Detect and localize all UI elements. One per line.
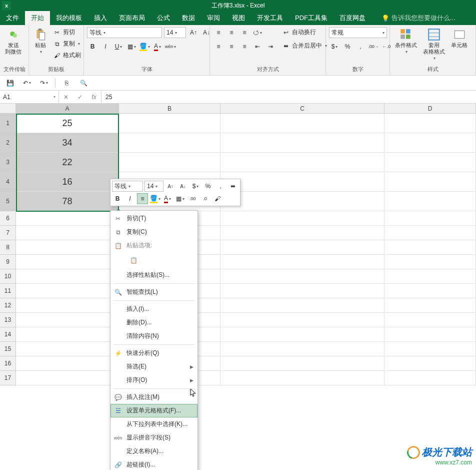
mini-decrease-decimal[interactable]: .0 [200,193,210,204]
menu-insert[interactable]: 插入(I)... [110,302,198,316]
conditional-formatting-button[interactable]: 条件格式 [393,27,419,55]
menu-clear-contents[interactable]: 清除内容(N) [110,329,198,343]
cell-a11[interactable] [16,284,119,298]
menu-format-cells[interactable]: ☱设置单元格格式(F)... [110,404,198,417]
row-header-4[interactable]: 4 [0,172,16,192]
cell-a1[interactable]: 25 [16,114,119,133]
menu-sort[interactable]: 排序(O)▶ [110,373,198,387]
row-header-5[interactable]: 5 [0,192,16,211]
cell-d1[interactable] [384,114,476,133]
cell-d14[interactable] [384,327,476,342]
cell-c12[interactable] [220,298,384,313]
cancel-formula-button[interactable]: ✕ [59,92,73,103]
menu-insert-comment[interactable]: 💬插入批注(M) [110,390,198,404]
cell-a7[interactable] [16,226,119,240]
cell-c5[interactable] [220,192,384,211]
row-header-12[interactable]: 12 [0,298,16,313]
mini-decrease-font[interactable]: A↓ [178,181,188,192]
format-painter-button[interactable]: 🖌 格式刷 [51,50,83,61]
cell-c1[interactable] [220,114,384,133]
name-box[interactable]: A1 ▾ [0,91,59,103]
tab-insert[interactable]: 插入 [88,11,113,25]
cell-d5[interactable] [384,192,476,211]
tab-review[interactable]: 审阅 [201,11,226,25]
row-header-15[interactable]: 15 [0,342,16,356]
percent-format-button[interactable]: % [342,41,353,52]
tab-view[interactable]: 视图 [226,11,251,25]
cell-a12[interactable] [16,298,119,313]
mini-merge[interactable]: ⬌ [228,181,238,192]
menu-delete[interactable]: 删除(D)... [110,316,198,329]
mini-italic[interactable]: I [124,193,136,204]
tab-formulas[interactable]: 公式 [151,11,176,25]
tell-me-search[interactable]: 💡 告诉我您想要做什么... [376,11,462,25]
cell-d16[interactable] [384,356,476,371]
mini-format-painter[interactable]: 🖌 [212,193,223,204]
menu-paste-special[interactable]: 选择性粘贴(S)... [110,268,198,282]
mini-fill-color[interactable]: 🪣 [150,193,160,204]
cell-a10[interactable] [16,269,119,284]
redo-button[interactable]: ↷ [38,77,50,89]
copy-button[interactable]: ⧉ 复制 [51,39,83,49]
cell-c2[interactable] [220,133,384,153]
cell-styles-button[interactable]: 单元格 [449,27,470,50]
comma-format-button[interactable]: , [355,41,366,52]
cell-d12[interactable] [384,298,476,313]
cell-a16[interactable] [16,356,119,371]
cell-a3[interactable]: 22 [16,153,119,172]
align-right-button[interactable]: ≡ [239,41,250,52]
tab-pdf-tools[interactable]: PDF工具集 [289,11,334,25]
cell-c17[interactable] [220,371,384,385]
cell-c14[interactable] [220,327,384,342]
mini-size-combo[interactable]: 14▾ [144,181,164,192]
cell-d13[interactable] [384,313,476,327]
cell-c15[interactable] [220,342,384,356]
menu-show-phonetic[interactable]: wén显示拼音字段(S) [110,431,198,444]
cell-a5[interactable]: 78 [16,192,119,211]
row-header-16[interactable]: 16 [0,356,16,371]
cell-d2[interactable] [384,133,476,153]
mini-increase-font[interactable]: A↑ [165,181,176,192]
increase-indent-button[interactable]: ⇥ [265,41,276,52]
cell-b2[interactable] [119,133,220,153]
row-header-8[interactable]: 8 [0,240,16,255]
mini-comma[interactable]: , [215,181,226,192]
cell-d15[interactable] [384,342,476,356]
mini-bold[interactable]: B [112,193,123,204]
cell-d11[interactable] [384,284,476,298]
row-header-1[interactable]: 1 [0,114,16,133]
cell-c7[interactable] [220,226,384,240]
mini-font-combo[interactable]: 等线▾ [112,181,143,192]
borders-button[interactable]: ▦ [126,41,137,52]
cell-c6[interactable] [220,211,384,226]
increase-decimal-button[interactable]: .00→ [368,41,379,52]
cell-d17[interactable] [384,371,476,385]
column-header-d[interactable]: D [384,104,476,114]
align-left-button[interactable]: ≡ [213,41,224,52]
mini-borders[interactable]: ▦ [174,193,186,204]
cell-c10[interactable] [220,269,384,284]
cell-a8[interactable] [16,240,119,255]
menu-cut[interactable]: ✂剪切(T) [110,212,198,225]
cell-a15[interactable] [16,342,119,356]
insert-function-button[interactable]: fx [87,92,101,103]
fill-color-button[interactable]: 🪣 [139,41,150,52]
cell-d9[interactable] [384,255,476,269]
mini-align-center[interactable]: ≡ [137,193,148,204]
row-header-10[interactable]: 10 [0,269,16,284]
orientation-button[interactable]: ⭯ [252,27,263,38]
export-pdf-button[interactable]: ⎘ [60,77,72,89]
paste-option-default[interactable]: 📋 [126,254,140,267]
cell-b1[interactable] [119,114,220,133]
bold-button[interactable]: B [87,41,98,52]
cell-c11[interactable] [220,284,384,298]
tab-file[interactable]: 文件 [0,11,25,25]
align-center-button[interactable]: ≡ [226,41,237,52]
menu-pick-from-list[interactable]: 从下拉列表中选择(K)... [110,417,198,431]
cell-d4[interactable] [384,172,476,192]
row-header-14[interactable]: 14 [0,327,16,342]
print-preview-button[interactable]: 🔍 [78,77,90,89]
accounting-format-button[interactable]: $ [329,41,340,52]
tab-home[interactable]: 开始 [25,11,50,25]
row-header-7[interactable]: 7 [0,226,16,240]
